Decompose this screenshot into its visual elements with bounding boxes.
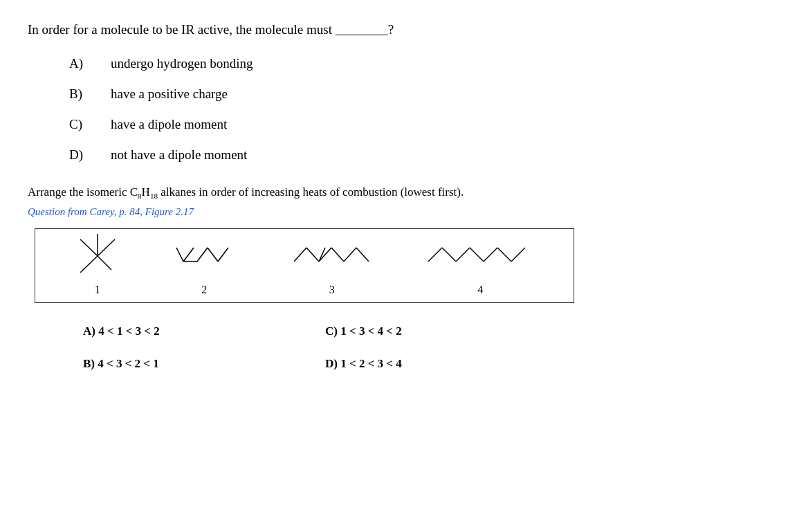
option-d-text: not have a dipole moment [111, 147, 247, 163]
molecule-1: 1 [73, 227, 122, 298]
option-d: D) not have a dipole moment [69, 147, 769, 163]
molecule-4-num: 4 [477, 282, 483, 298]
answer-c-label: C) [325, 324, 338, 338]
molecule-row: 1 2 [49, 236, 560, 298]
svg-line-10 [218, 248, 228, 262]
answer-d-label: D) [325, 357, 338, 370]
option-c-text: have a dipole moment [111, 117, 227, 132]
svg-line-16 [344, 248, 356, 262]
molecule-3: 3 [287, 227, 377, 298]
svg-line-23 [497, 248, 511, 262]
molecule-4: 4 [425, 227, 535, 298]
svg-line-2 [80, 256, 98, 273]
option-a: A) undergo hydrogen bonding [69, 56, 769, 71]
answer-c: C) 1 < 3 < 4 < 2 [325, 322, 567, 340]
answer-b-label: B) [83, 357, 95, 370]
answer-c-text: 1 < 3 < 4 < 2 [340, 324, 402, 338]
option-b: B) have a positive charge [69, 86, 769, 102]
svg-line-6 [176, 248, 183, 262]
option-b-text: have a positive charge [111, 86, 228, 102]
question1-text: In order for a molecule to be IR active,… [28, 21, 769, 39]
option-a-label: A) [69, 56, 111, 71]
svg-line-12 [306, 248, 319, 262]
svg-line-19 [442, 248, 456, 262]
svg-line-9 [208, 248, 218, 262]
question1: In order for a molecule to be IR active,… [28, 21, 769, 163]
svg-line-24 [511, 248, 525, 262]
molecule-1-svg [73, 227, 122, 279]
molecule-4-svg [425, 227, 535, 279]
option-c-label: C) [69, 117, 111, 132]
answer-d-text: 1 < 2 < 3 < 4 [340, 357, 402, 370]
svg-line-14 [319, 248, 331, 262]
svg-line-13 [319, 248, 325, 262]
option-c: C) have a dipole moment [69, 117, 769, 132]
option-b-label: B) [69, 86, 111, 102]
svg-line-3 [98, 256, 111, 270]
answer-a-text: 4 < 1 < 3 < 2 [98, 324, 160, 338]
option-a-text: undergo hydrogen bonding [111, 56, 253, 71]
svg-line-5 [183, 248, 194, 262]
svg-line-21 [470, 248, 484, 262]
options-list: A) undergo hydrogen bonding B) have a po… [69, 56, 769, 163]
svg-line-0 [80, 239, 98, 256]
molecule-3-svg [287, 227, 377, 279]
molecule-box: 1 2 [35, 228, 574, 303]
answer-a-label: A) [83, 324, 95, 338]
question2-source: Question from Carey, p. 84, Figure 2.17 [28, 204, 769, 220]
svg-line-1 [98, 239, 115, 256]
option-d-label: D) [69, 147, 111, 163]
svg-line-18 [428, 248, 442, 262]
svg-line-8 [197, 248, 208, 262]
molecule-2-svg [170, 227, 239, 279]
answer-a: A) 4 < 1 < 3 < 2 [83, 322, 325, 340]
answer-b: B) 4 < 3 < 2 < 1 [83, 355, 325, 373]
molecule-1-num: 1 [95, 282, 100, 298]
answer-b-text: 4 < 3 < 2 < 1 [98, 357, 159, 370]
question2: Arrange the isomeric C8H18 alkanes in or… [28, 183, 769, 373]
svg-line-20 [456, 248, 470, 262]
molecule-3-num: 3 [329, 282, 335, 298]
answers-grid: A) 4 < 1 < 3 < 2 C) 1 < 3 < 4 < 2 B) 4 <… [83, 322, 567, 373]
answer-d: D) 1 < 2 < 3 < 4 [325, 355, 567, 373]
svg-line-15 [331, 248, 344, 262]
svg-line-17 [356, 248, 369, 262]
svg-line-11 [294, 248, 306, 262]
molecule-2-num: 2 [201, 282, 207, 298]
question2-text: Arrange the isomeric C8H18 alkanes in or… [28, 183, 769, 202]
molecule-2: 2 [170, 227, 239, 298]
svg-line-22 [484, 248, 497, 262]
